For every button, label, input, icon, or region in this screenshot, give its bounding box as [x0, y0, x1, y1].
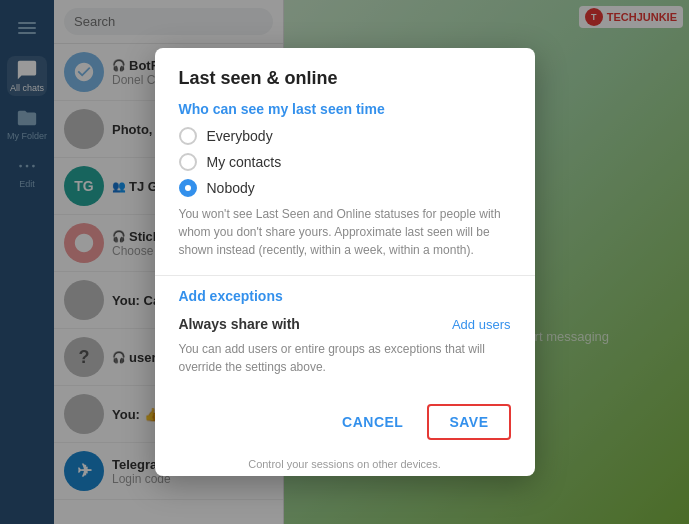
exceptions-header: Add exceptions: [179, 288, 511, 304]
save-button[interactable]: SAVE: [427, 404, 510, 440]
bottom-note: Control your sessions on other devices.: [155, 452, 535, 476]
app-container: All chats My Folder Edit: [0, 0, 689, 524]
modal-title: Last seen & online: [179, 68, 511, 89]
radio-label-my-contacts: My contacts: [207, 154, 282, 170]
radio-circle-everybody: [179, 127, 197, 145]
add-users-link[interactable]: Add users: [452, 317, 511, 332]
modal-dialog: Last seen & online Who can see my last s…: [155, 48, 535, 476]
radio-nobody[interactable]: Nobody: [179, 179, 511, 197]
radio-label-everybody: Everybody: [207, 128, 273, 144]
cancel-button[interactable]: CANCEL: [326, 406, 419, 438]
modal-overlay: Last seen & online Who can see my last s…: [0, 0, 689, 524]
always-share-row: Always share with Add users: [179, 316, 511, 332]
radio-label-nobody: Nobody: [207, 180, 255, 196]
modal-footer: CANCEL SAVE: [155, 392, 535, 452]
radio-everybody[interactable]: Everybody: [179, 127, 511, 145]
always-share-label: Always share with: [179, 316, 300, 332]
radio-my-contacts[interactable]: My contacts: [179, 153, 511, 171]
modal-header: Last seen & online Who can see my last s…: [155, 48, 535, 276]
radio-circle-nobody: [179, 179, 197, 197]
radio-circle-my-contacts: [179, 153, 197, 171]
modal-note: You won't see Last Seen and Online statu…: [179, 205, 511, 263]
modal-exceptions: Add exceptions Always share with Add use…: [155, 276, 535, 392]
exceptions-note: You can add users or entire groups as ex…: [179, 340, 511, 376]
modal-section-title: Who can see my last seen time: [179, 101, 511, 117]
